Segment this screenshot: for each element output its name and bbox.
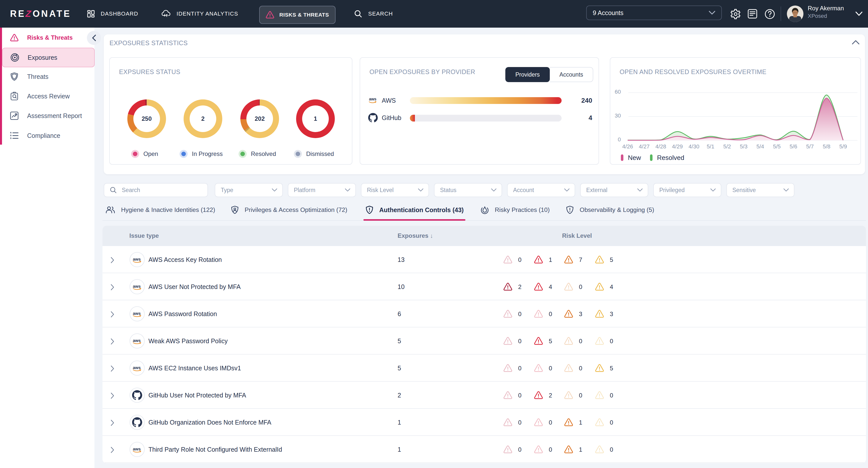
svg-text:aws: aws (133, 257, 141, 261)
svg-text:aws: aws (133, 447, 141, 451)
svg-text:aws: aws (133, 365, 141, 370)
svg-text:aws: aws (133, 311, 141, 316)
svg-text:aws: aws (133, 284, 141, 289)
svg-text:aws: aws (369, 97, 376, 101)
svg-text:aws: aws (133, 338, 141, 343)
